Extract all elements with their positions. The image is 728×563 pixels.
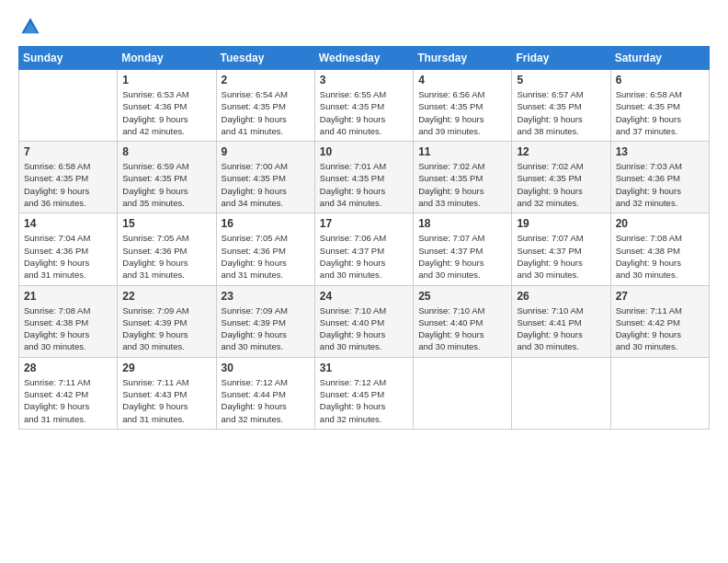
calendar-cell: 25Sunrise: 7:10 AMSunset: 4:40 PMDayligh… [414, 285, 512, 357]
day-number: 11 [418, 145, 506, 158]
calendar-cell: 9Sunrise: 7:00 AMSunset: 4:35 PMDaylight… [216, 142, 314, 213]
day-number: 23 [222, 290, 310, 303]
calendar-cell [414, 357, 512, 429]
day-number: 27 [616, 290, 704, 303]
day-number: 16 [222, 217, 310, 230]
day-number: 15 [122, 217, 210, 230]
calendar-cell: 20Sunrise: 7:08 AMSunset: 4:38 PMDayligh… [610, 213, 709, 285]
calendar-cell [610, 357, 709, 429]
day-number: 7 [24, 145, 112, 158]
day-info: Sunrise: 7:01 AMSunset: 4:35 PMDaylight:… [320, 160, 408, 209]
day-number: 1 [122, 74, 210, 86]
calendar-cell: 3Sunrise: 6:55 AMSunset: 4:35 PMDaylight… [314, 70, 413, 142]
day-info: Sunrise: 7:07 AMSunset: 4:37 PMDaylight:… [517, 232, 605, 281]
day-number: 6 [616, 74, 704, 86]
day-number: 18 [418, 217, 506, 230]
day-info: Sunrise: 7:07 AMSunset: 4:37 PMDaylight:… [418, 232, 506, 281]
header [18, 17, 710, 37]
day-info: Sunrise: 7:03 AMSunset: 4:36 PMDaylight:… [616, 160, 704, 209]
day-number: 10 [320, 145, 408, 158]
day-number: 19 [517, 217, 605, 230]
calendar-cell: 22Sunrise: 7:09 AMSunset: 4:39 PMDayligh… [118, 285, 216, 357]
day-number: 12 [517, 145, 605, 158]
logo [18, 17, 42, 37]
calendar-week-2: 7Sunrise: 6:58 AMSunset: 4:35 PMDaylight… [19, 142, 710, 213]
calendar-cell: 5Sunrise: 6:57 AMSunset: 4:35 PMDaylight… [512, 70, 610, 142]
day-info: Sunrise: 7:00 AMSunset: 4:35 PMDaylight:… [222, 160, 310, 209]
day-info: Sunrise: 7:05 AMSunset: 4:36 PMDaylight:… [122, 232, 210, 281]
calendar-cell: 15Sunrise: 7:05 AMSunset: 4:36 PMDayligh… [118, 213, 216, 285]
day-number: 26 [517, 290, 605, 303]
day-info: Sunrise: 7:11 AMSunset: 4:42 PMDaylight:… [616, 304, 704, 353]
calendar-table: SundayMondayTuesdayWednesdayThursdayFrid… [18, 46, 710, 430]
day-number: 21 [24, 290, 112, 303]
day-number: 13 [616, 145, 704, 158]
calendar-cell: 2Sunrise: 6:54 AMSunset: 4:35 PMDaylight… [216, 70, 314, 142]
day-number: 14 [24, 217, 112, 230]
day-info: Sunrise: 7:08 AMSunset: 4:38 PMDaylight:… [24, 304, 112, 353]
calendar-cell: 13Sunrise: 7:03 AMSunset: 4:36 PMDayligh… [610, 142, 709, 213]
day-number: 2 [222, 74, 310, 86]
day-info: Sunrise: 7:05 AMSunset: 4:36 PMDaylight:… [222, 232, 310, 281]
day-info: Sunrise: 7:04 AMSunset: 4:36 PMDaylight:… [24, 232, 112, 281]
day-info: Sunrise: 7:10 AMSunset: 4:40 PMDaylight:… [320, 304, 408, 353]
day-info: Sunrise: 6:55 AMSunset: 4:35 PMDaylight:… [320, 88, 408, 137]
day-info: Sunrise: 6:53 AMSunset: 4:36 PMDaylight:… [122, 88, 210, 137]
day-number: 9 [222, 145, 310, 158]
calendar-cell: 21Sunrise: 7:08 AMSunset: 4:38 PMDayligh… [19, 285, 118, 357]
day-number: 25 [418, 290, 506, 303]
day-info: Sunrise: 7:12 AMSunset: 4:44 PMDaylight:… [222, 376, 310, 425]
day-info: Sunrise: 6:58 AMSunset: 4:35 PMDaylight:… [616, 88, 704, 137]
day-info: Sunrise: 6:59 AMSunset: 4:35 PMDaylight:… [122, 160, 210, 209]
day-number: 5 [517, 74, 605, 86]
day-info: Sunrise: 7:06 AMSunset: 4:37 PMDaylight:… [320, 232, 408, 281]
calendar-cell: 18Sunrise: 7:07 AMSunset: 4:37 PMDayligh… [414, 213, 512, 285]
day-info: Sunrise: 7:02 AMSunset: 4:35 PMDaylight:… [418, 160, 506, 209]
weekday-header-monday: Monday [118, 47, 216, 70]
calendar-cell: 29Sunrise: 7:11 AMSunset: 4:43 PMDayligh… [118, 357, 216, 429]
day-info: Sunrise: 6:57 AMSunset: 4:35 PMDaylight:… [517, 88, 605, 137]
weekday-header-saturday: Saturday [610, 47, 709, 70]
calendar-cell: 7Sunrise: 6:58 AMSunset: 4:35 PMDaylight… [19, 142, 118, 213]
day-info: Sunrise: 6:54 AMSunset: 4:35 PMDaylight:… [222, 88, 310, 137]
calendar-cell: 23Sunrise: 7:09 AMSunset: 4:39 PMDayligh… [216, 285, 314, 357]
day-info: Sunrise: 7:11 AMSunset: 4:42 PMDaylight:… [24, 376, 112, 425]
calendar-week-4: 21Sunrise: 7:08 AMSunset: 4:38 PMDayligh… [19, 285, 710, 357]
calendar-cell: 28Sunrise: 7:11 AMSunset: 4:42 PMDayligh… [19, 357, 118, 429]
calendar-week-5: 28Sunrise: 7:11 AMSunset: 4:42 PMDayligh… [19, 357, 710, 429]
calendar-cell: 17Sunrise: 7:06 AMSunset: 4:37 PMDayligh… [314, 213, 413, 285]
weekday-header-tuesday: Tuesday [216, 47, 314, 70]
day-info: Sunrise: 7:10 AMSunset: 4:41 PMDaylight:… [517, 304, 605, 353]
day-number: 4 [418, 74, 506, 86]
day-info: Sunrise: 7:09 AMSunset: 4:39 PMDaylight:… [222, 304, 310, 353]
day-info: Sunrise: 6:58 AMSunset: 4:35 PMDaylight:… [24, 160, 112, 209]
day-number: 3 [320, 74, 408, 86]
day-number: 30 [222, 362, 310, 374]
calendar-cell: 12Sunrise: 7:02 AMSunset: 4:35 PMDayligh… [512, 142, 610, 213]
calendar-cell: 10Sunrise: 7:01 AMSunset: 4:35 PMDayligh… [314, 142, 413, 213]
calendar-cell: 1Sunrise: 6:53 AMSunset: 4:36 PMDaylight… [118, 70, 216, 142]
page: SundayMondayTuesdayWednesdayThursdayFrid… [0, 0, 728, 563]
calendar-cell: 11Sunrise: 7:02 AMSunset: 4:35 PMDayligh… [414, 142, 512, 213]
day-number: 8 [122, 145, 210, 158]
calendar-cell [512, 357, 610, 429]
day-info: Sunrise: 7:10 AMSunset: 4:40 PMDaylight:… [418, 304, 506, 353]
day-number: 29 [122, 362, 210, 374]
weekday-header-sunday: Sunday [19, 47, 118, 70]
day-info: Sunrise: 6:56 AMSunset: 4:35 PMDaylight:… [418, 88, 506, 137]
day-info: Sunrise: 7:12 AMSunset: 4:45 PMDaylight:… [320, 376, 408, 425]
calendar-week-1: 1Sunrise: 6:53 AMSunset: 4:36 PMDaylight… [19, 70, 710, 142]
calendar-cell: 26Sunrise: 7:10 AMSunset: 4:41 PMDayligh… [512, 285, 610, 357]
calendar-cell: 27Sunrise: 7:11 AMSunset: 4:42 PMDayligh… [610, 285, 709, 357]
calendar-cell: 4Sunrise: 6:56 AMSunset: 4:35 PMDaylight… [414, 70, 512, 142]
calendar-cell: 31Sunrise: 7:12 AMSunset: 4:45 PMDayligh… [314, 357, 413, 429]
calendar-week-3: 14Sunrise: 7:04 AMSunset: 4:36 PMDayligh… [19, 213, 710, 285]
day-number: 20 [616, 217, 704, 230]
calendar-cell [19, 70, 118, 142]
weekday-header-wednesday: Wednesday [314, 47, 413, 70]
calendar-cell: 8Sunrise: 6:59 AMSunset: 4:35 PMDaylight… [118, 142, 216, 213]
calendar-cell: 24Sunrise: 7:10 AMSunset: 4:40 PMDayligh… [314, 285, 413, 357]
day-number: 28 [24, 362, 112, 374]
day-info: Sunrise: 7:09 AMSunset: 4:39 PMDaylight:… [122, 304, 210, 353]
weekday-header-friday: Friday [512, 47, 610, 70]
